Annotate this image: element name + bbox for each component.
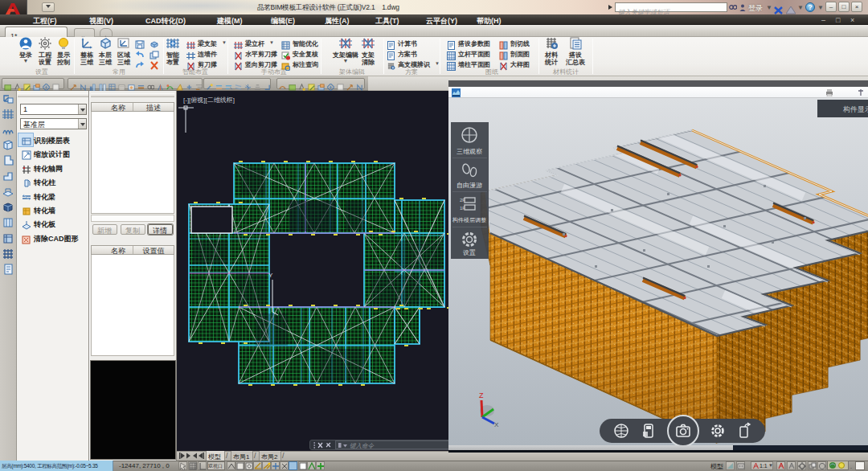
svg-text:1F: 1F (460, 206, 465, 211)
svg-text:Y: Y (268, 272, 273, 279)
svg-text:2F: 2F (460, 198, 465, 203)
svg-text:X: X (494, 421, 499, 428)
svg-text:Z: Z (479, 391, 484, 399)
